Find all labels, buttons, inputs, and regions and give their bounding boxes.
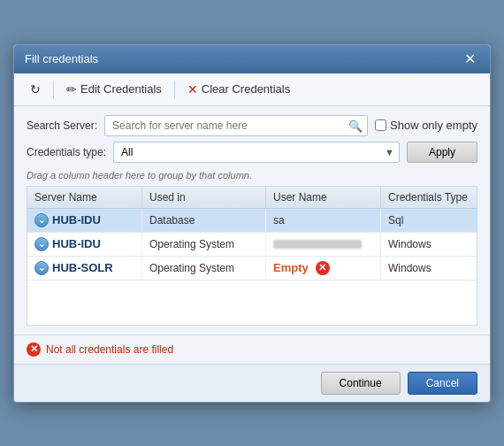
cell-used-in-1: Database <box>142 209 266 232</box>
cell-used-in-2: Operating System <box>142 233 266 256</box>
cell-server-1: ⌄ HUB-IDU <box>27 209 142 232</box>
search-wrapper: 🔍 <box>104 115 368 136</box>
cell-cred-type-2: Windows <box>381 233 477 256</box>
row-expand-icon-2[interactable]: ⌄ <box>34 237 49 251</box>
search-row: Search Server: 🔍 Show only empty <box>27 115 477 136</box>
show-only-empty-checkbox[interactable] <box>375 119 386 131</box>
table-row[interactable]: ⌄ HUB-IDU Operating System Windows <box>27 233 477 257</box>
toolbar-separator-2 <box>174 81 175 98</box>
col-header-username: User Name <box>266 187 381 208</box>
empty-error-icon: ✕ <box>316 261 330 275</box>
search-label: Search Server: <box>27 119 97 132</box>
apply-button[interactable]: Apply <box>407 142 477 163</box>
clear-credentials-button[interactable]: ✕ Clear Credentials <box>182 79 295 100</box>
close-button[interactable]: ✕ <box>461 52 479 66</box>
fill-credentials-dialog: Fill credentials ✕ ↻ ✏ Edit Credentials … <box>13 44 491 403</box>
cell-username-2 <box>266 233 381 256</box>
col-header-server: Server Name <box>27 187 142 208</box>
cell-used-in-3: Operating System <box>142 257 266 280</box>
drag-hint: Drag a column header here to group by th… <box>27 170 477 181</box>
table-header: Server Name Used in User Name Credential… <box>27 187 477 209</box>
footer: Continue Cancel <box>14 364 490 402</box>
col-header-used-in: Used in <box>142 187 266 208</box>
status-bar: ✕ Not all credentials are filled <box>14 334 490 364</box>
cancel-button[interactable]: Cancel <box>408 372 477 395</box>
blurred-username <box>273 240 362 249</box>
cell-username-1: sa <box>266 209 381 232</box>
edit-credentials-button[interactable]: ✏ Edit Credentials <box>61 79 167 100</box>
empty-text: Empty <box>273 261 309 274</box>
credentials-type-select[interactable]: All SQL Windows <box>113 142 400 163</box>
credentials-type-row: Credentials type: All SQL Windows ▼ Appl… <box>27 142 477 163</box>
row-expand-icon-1[interactable]: ⌄ <box>34 213 49 227</box>
show-only-empty-text: Show only empty <box>390 119 477 132</box>
table-empty-area <box>27 281 477 325</box>
cell-server-2: ⌄ HUB-IDU <box>27 233 142 256</box>
clear-icon: ✕ <box>187 82 198 96</box>
clear-credentials-label: Clear Credentials <box>202 82 290 96</box>
refresh-button[interactable]: ↻ <box>25 79 46 100</box>
refresh-icon: ↻ <box>30 82 41 96</box>
table-row[interactable]: ⌄ HUB-SOLR Operating System Empty ✕ Wind… <box>27 257 477 281</box>
col-header-credentials-type: Credentials Type <box>381 187 477 208</box>
title-bar: Fill credentials ✕ <box>14 45 490 73</box>
cell-cred-type-3: Windows <box>381 257 477 280</box>
search-icon: 🔍 <box>348 119 363 132</box>
show-only-empty-label: Show only empty <box>375 119 477 132</box>
table-row[interactable]: ⌄ HUB-IDU Database sa Sql <box>27 209 477 233</box>
search-input[interactable] <box>104 115 368 136</box>
continue-button[interactable]: Continue <box>321 372 401 395</box>
cell-cred-type-1: Sql <box>381 209 477 232</box>
credentials-type-select-wrapper: All SQL Windows ▼ <box>113 142 400 163</box>
data-table: Server Name Used in User Name Credential… <box>27 186 477 326</box>
edit-icon: ✏ <box>66 82 77 96</box>
toolbar: ↻ ✏ Edit Credentials ✕ Clear Credentials <box>14 73 490 106</box>
dialog-body: Search Server: 🔍 Show only empty Credent… <box>14 106 490 334</box>
edit-credentials-label: Edit Credentials <box>80 82 162 96</box>
row-expand-icon-3[interactable]: ⌄ <box>34 261 49 275</box>
toolbar-separator-1 <box>53 81 54 98</box>
status-message: Not all credentials are filled <box>46 343 173 356</box>
cell-username-3: Empty ✕ <box>266 257 381 280</box>
cell-server-3: ⌄ HUB-SOLR <box>27 257 142 280</box>
credentials-type-label: Credentials type: <box>27 146 106 158</box>
dialog-title: Fill credentials <box>25 52 98 65</box>
status-error-icon: ✕ <box>27 342 41 357</box>
